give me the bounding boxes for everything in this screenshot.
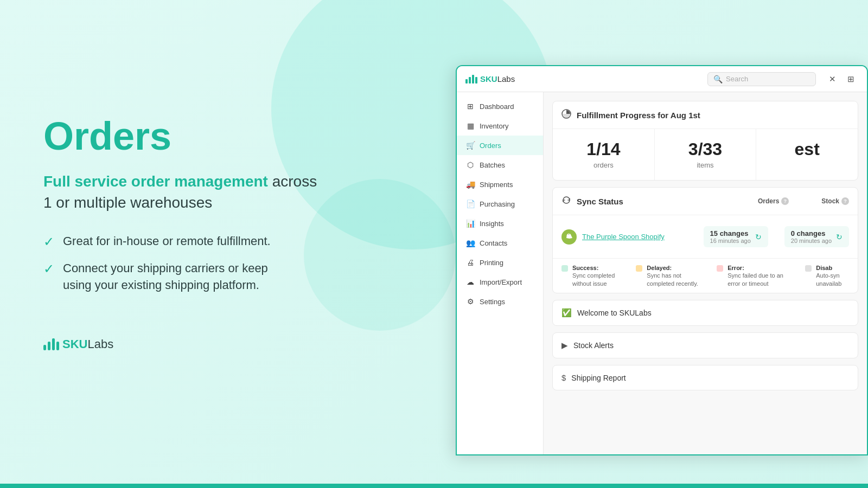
- page-subtitle: Full service order management across1 or…: [43, 171, 326, 213]
- welcome-icon: ✅: [561, 308, 572, 318]
- sync-column-headers: Orders ? Stock ?: [758, 197, 849, 205]
- sidebar-label-contacts: Contacts: [480, 239, 507, 247]
- legend-dot-error: [717, 265, 723, 272]
- sync-status-title: Sync Status: [577, 197, 623, 206]
- stock-alerts-chevron: ▶: [561, 341, 568, 350]
- browser-window: SKU Labs 🔍 Search ✕ ⊞ ⊞ Dashboard ▦ Inve…: [456, 65, 868, 455]
- fulfillment-icon: [561, 109, 571, 121]
- main-content: Fulfillment Progress for Aug 1st 1/14 or…: [544, 92, 867, 454]
- legend-text-error: Error: Sync failed due to an error or ti…: [727, 264, 794, 287]
- stats-row: 1/14 orders 3/33 items est: [553, 129, 858, 180]
- bottom-logo: SKU Labs: [43, 337, 326, 351]
- search-placeholder: Search: [726, 75, 748, 83]
- topbar-logo: SKU Labs: [465, 74, 515, 84]
- sync-status-content: The Purple Spoon Shopify 15 changes 16 m…: [553, 215, 858, 258]
- sidebar-label-orders: Orders: [480, 142, 501, 150]
- search-bar[interactable]: 🔍 Search: [707, 72, 816, 86]
- sidebar-item-insights[interactable]: 📊 Insights: [457, 214, 543, 233]
- shopify-icon: [561, 229, 577, 245]
- settings-icon-button[interactable]: ⊞: [843, 72, 858, 87]
- stock-changes-count: 0 changes: [791, 229, 832, 237]
- outer-background: Orders Full service order management acr…: [0, 0, 868, 488]
- dashboard-icon: ⊞: [465, 102, 475, 111]
- stock-alerts-title: Stock Alerts: [573, 341, 614, 350]
- fulfillment-header: Fulfillment Progress for Aug 1st: [553, 101, 858, 129]
- browser-topbar: SKU Labs 🔍 Search ✕ ⊞: [457, 66, 867, 92]
- stock-alerts-row[interactable]: ▶ Stock Alerts: [553, 333, 858, 358]
- stock-col-header: Stock ?: [821, 197, 849, 205]
- legend-disabled: Disab Auto-syn unavailab: [805, 264, 849, 287]
- sidebar-item-dashboard[interactable]: ⊞ Dashboard: [457, 97, 543, 116]
- page-title: Orders: [43, 115, 326, 158]
- stock-alerts-card: ▶ Stock Alerts: [552, 332, 858, 358]
- stock-changes-time: 20 minutes ago: [791, 237, 832, 244]
- logo-bar-4: [56, 342, 59, 350]
- check-icon-2: ✓: [43, 261, 54, 277]
- orders-refresh-icon[interactable]: ↻: [755, 233, 762, 241]
- orders-help-icon[interactable]: ?: [781, 197, 789, 205]
- sync-status-header: Sync Status Orders ? Stock ?: [553, 188, 858, 215]
- feature-item-2: ✓ Connect your shipping carriers or keep…: [43, 260, 326, 294]
- settings-icon: ⚙: [465, 297, 475, 306]
- stat-orders: 1/14 orders: [553, 129, 655, 180]
- shipping-report-row[interactable]: $ Shipping Report: [553, 365, 858, 390]
- shipping-report-title: Shipping Report: [571, 374, 626, 382]
- sync-icon: [561, 195, 571, 207]
- legend-delayed: Delayed: Sync has not completed recently…: [636, 264, 706, 287]
- legend-text-disabled: Disab Auto-syn unavailab: [816, 264, 849, 287]
- sync-store-row: The Purple Spoon Shopify 15 changes 16 m…: [561, 222, 849, 252]
- sidebar-item-purchasing[interactable]: 📄 Purchasing: [457, 194, 543, 214]
- decorative-circle-small: [304, 179, 456, 331]
- welcome-row[interactable]: ✅ Welcome to SKULabs: [553, 300, 858, 325]
- sync-legend: Success: Sync completed without issue De…: [553, 258, 858, 293]
- topbar-sku-text: SKU: [480, 74, 497, 84]
- search-icon: 🔍: [713, 75, 723, 84]
- sidebar-item-import-export[interactable]: ☁ Import/Export: [457, 272, 543, 292]
- sync-store-link[interactable]: The Purple Spoon Shopify: [582, 233, 665, 241]
- purchasing-icon: 📄: [465, 200, 475, 208]
- stat-items-label: items: [668, 161, 743, 169]
- shipping-report-card: $ Shipping Report: [552, 365, 858, 390]
- sidebar-item-settings[interactable]: ⚙ Settings: [457, 292, 543, 311]
- topbar-logo-bars-icon: [465, 75, 477, 84]
- logo-bar-2: [48, 342, 50, 350]
- feature-item-1: ✓ Great for in-house or remote fulfillme…: [43, 233, 326, 250]
- import-export-icon: ☁: [465, 278, 475, 286]
- stat-est-number: est: [769, 140, 845, 159]
- contacts-icon: 👥: [465, 239, 475, 247]
- sidebar-item-orders[interactable]: 🛒 Orders: [457, 136, 543, 155]
- sidebar-item-contacts[interactable]: 👥 Contacts: [457, 233, 543, 253]
- legend-error: Error: Sync failed due to an error or ti…: [717, 264, 794, 287]
- legend-success: Success: Sync completed without issue: [561, 264, 625, 287]
- orders-col-header: Orders ?: [758, 197, 789, 205]
- legend-dot-disabled: [805, 265, 812, 272]
- sidebar-item-printing[interactable]: 🖨 Printing: [457, 253, 543, 272]
- sidebar-item-inventory[interactable]: ▦ Inventory: [457, 116, 543, 136]
- sidebar-label-inventory: Inventory: [480, 122, 508, 130]
- fulfillment-title: Fulfillment Progress for Aug 1st: [577, 111, 700, 120]
- stat-items-number: 3/33: [668, 140, 743, 159]
- stock-changes-box: 0 changes 20 minutes ago ↻: [784, 226, 849, 247]
- sync-changes-group: 15 changes 16 minutes ago ↻ 0 changes 20…: [704, 226, 849, 247]
- sidebar-label-insights: Insights: [480, 220, 504, 228]
- sidebar-label-purchasing: Purchasing: [480, 200, 515, 208]
- orders-changes-time: 16 minutes ago: [710, 237, 751, 244]
- feature-text-1: Great for in-house or remote fulfillment…: [63, 233, 271, 250]
- feature-list: ✓ Great for in-house or remote fulfillme…: [43, 233, 326, 305]
- logo-sku-text: SKU: [62, 337, 87, 351]
- legend-dot-success: [561, 265, 568, 272]
- welcome-title: Welcome to SKULabs: [577, 309, 652, 317]
- fulfillment-card: Fulfillment Progress for Aug 1st 1/14 or…: [552, 101, 858, 181]
- logo-bars-icon: [43, 338, 59, 350]
- sidebar-label-printing: Printing: [480, 259, 503, 267]
- stock-refresh-icon[interactable]: ↻: [836, 233, 843, 241]
- shipping-report-icon: $: [561, 373, 566, 382]
- sidebar-item-shipments[interactable]: 🚚 Shipments: [457, 175, 543, 194]
- printing-icon: 🖨: [465, 258, 475, 267]
- stock-help-icon[interactable]: ?: [841, 197, 849, 205]
- clear-search-button[interactable]: ✕: [825, 72, 840, 87]
- sidebar: ⊞ Dashboard ▦ Inventory 🛒 Orders ⬡ Batch…: [457, 92, 544, 454]
- welcome-card: ✅ Welcome to SKULabs: [552, 300, 858, 326]
- sidebar-item-batches[interactable]: ⬡ Batches: [457, 155, 543, 175]
- sync-status-card: Sync Status Orders ? Stock ?: [552, 187, 858, 293]
